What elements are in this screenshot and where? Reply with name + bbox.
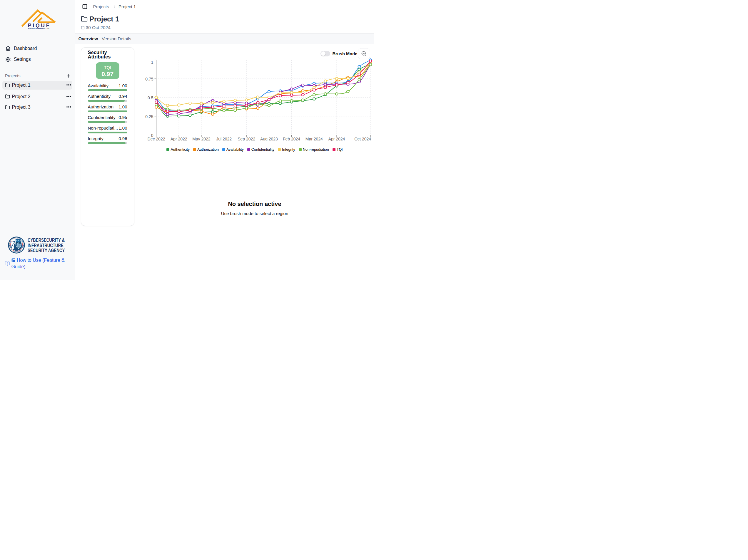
svg-text:May 2022: May 2022: [192, 137, 211, 141]
svg-text:0.25: 0.25: [145, 114, 153, 119]
svg-text:CISA: CISA: [17, 240, 21, 242]
svg-text:Oct 2024: Oct 2024: [354, 137, 371, 141]
svg-text:Apr 2022: Apr 2022: [170, 137, 187, 141]
svg-text:0.5: 0.5: [147, 96, 154, 100]
svg-text:Apr 2024: Apr 2024: [328, 137, 345, 141]
svg-text:Mar 2024: Mar 2024: [305, 137, 323, 141]
svg-text:PIQUE: PIQUE: [28, 23, 51, 28]
svg-text:Sep 2022: Sep 2022: [238, 137, 255, 141]
svg-text:Dec 2022: Dec 2022: [147, 137, 165, 141]
svg-text:Jul 2022: Jul 2022: [216, 137, 232, 141]
svg-text:Feb 2024: Feb 2024: [283, 137, 300, 141]
svg-text:0.75: 0.75: [145, 77, 153, 81]
svg-text:1: 1: [151, 60, 154, 65]
svg-text:Aug 2023: Aug 2023: [260, 137, 278, 141]
svg-text:SOFTWARE ENGINEERING LABS: SOFTWARE ENGINEERING LABS: [28, 28, 49, 29]
